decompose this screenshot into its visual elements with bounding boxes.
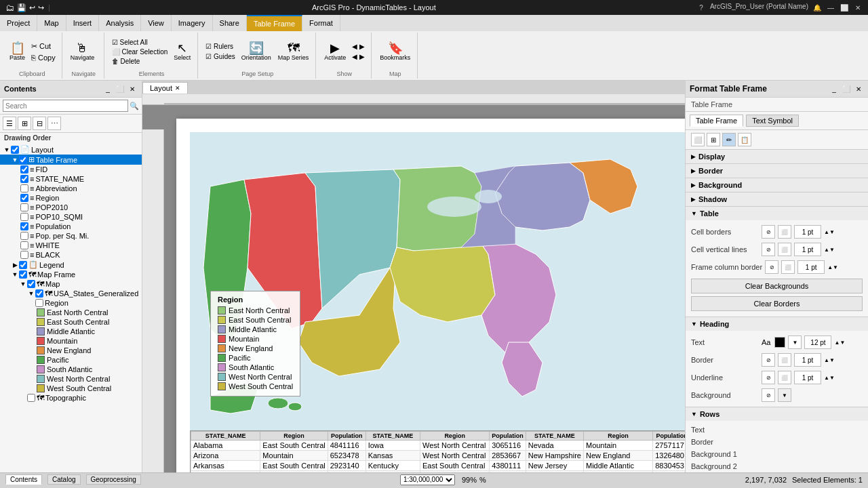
sidebar-dock-btn[interactable]: ⬜ [115, 83, 125, 94]
save-icon[interactable]: 💾 [17, 3, 26, 12]
close-btn[interactable]: ✕ [853, 3, 863, 12]
select-button[interactable]: ↖ Select [171, 41, 193, 62]
tree-item-west-south[interactable]: West South Central [0, 384, 142, 393]
checkbox-white[interactable] [20, 241, 28, 249]
checkbox-region-group[interactable] [35, 299, 43, 307]
tree-item-region[interactable]: ≡ Region [0, 193, 142, 203]
search-icon[interactable]: 🔍 [130, 102, 139, 110]
section-border-header[interactable]: ▶ Border [686, 164, 868, 178]
heading-bg-color-btn[interactable]: ▼ [778, 388, 791, 402]
zoom-controls[interactable]: % [479, 476, 486, 484]
status-tab-contents[interactable]: Contents [5, 474, 42, 485]
tree-item-west-north[interactable]: West North Central [0, 374, 142, 384]
notification-icon[interactable]: 🔔 [812, 3, 822, 12]
section-table-header[interactable]: ▼ Table [686, 207, 868, 220]
expand-map-frame[interactable]: ▼ [11, 271, 19, 278]
cell-borders-size[interactable]: 1 pt [794, 225, 821, 239]
format-icon-3[interactable]: ✏ [722, 133, 736, 146]
tab-table-frame[interactable]: Table Frame [247, 15, 302, 31]
minimize-btn[interactable]: — [826, 3, 835, 12]
expand-map[interactable]: ▼ [19, 281, 27, 287]
tab-format[interactable]: Format [302, 15, 340, 31]
options-btn[interactable]: ⋯ [47, 117, 61, 130]
cut-button[interactable]: ✂ Cut [29, 41, 58, 52]
format-icon-4[interactable]: 📋 [738, 133, 751, 146]
checkbox-pop10sqmi[interactable] [20, 213, 28, 221]
heading-border-style-btn[interactable]: ⬜ [778, 353, 791, 367]
guides-checkbox[interactable]: ☑ Guides [203, 52, 237, 61]
filter-btn[interactable]: ⊟ [33, 117, 46, 130]
heading-border-spinner[interactable]: ▲▼ [824, 357, 835, 363]
show-btn-2[interactable]: ◀ ▶ [350, 52, 367, 61]
tree-item-usa-states[interactable]: ▼ 🗺 USA_States_Generalized [0, 289, 142, 298]
section-shadow-header[interactable]: ▶ Shadow [686, 192, 868, 206]
checkbox-legend[interactable] [19, 261, 27, 269]
status-tab-catalog[interactable]: Catalog [47, 474, 80, 485]
tree-item-middle-atlantic[interactable]: Middle Atlantic [0, 327, 142, 336]
canvas-tab-close[interactable]: ✕ [175, 85, 180, 92]
heading-underline-spinner[interactable]: ▲▼ [824, 375, 835, 381]
sidebar-close-btn[interactable]: ✕ [127, 83, 138, 94]
frame-col-size[interactable]: 1 pt [797, 260, 825, 274]
tree-item-layout[interactable]: ▼ 📄 Layout [0, 144, 142, 155]
checkbox-usa-states[interactable] [35, 289, 43, 298]
heading-underline-style-btn[interactable]: ⬜ [778, 371, 791, 384]
expand-usa-states[interactable]: ▼ [27, 290, 35, 297]
checkbox-abbreviation[interactable] [20, 184, 28, 192]
checkbox-black[interactable] [20, 251, 28, 259]
tree-item-pacific[interactable]: Pacific [0, 355, 142, 365]
navigate-button[interactable]: 🖱 Navigate [68, 41, 98, 62]
scale-selector[interactable]: 1:30,000,000 [400, 474, 455, 485]
format-icon-1[interactable]: ⬜ [691, 133, 705, 146]
canvas-tab-layout[interactable]: Layout ✕ [142, 82, 188, 94]
checkbox-fid[interactable] [20, 165, 28, 174]
maximize-btn[interactable]: ⬜ [840, 3, 849, 12]
tab-project[interactable]: Project [0, 15, 37, 31]
heading-text-style-btn[interactable]: ▼ [788, 336, 802, 349]
page-area[interactable]: Region East North Central East South Cen… [176, 119, 685, 472]
tab-text-symbol[interactable]: Text Symbol [746, 115, 799, 127]
heading-text-spinner[interactable]: ▲▼ [834, 340, 845, 346]
tree-item-new-england[interactable]: New England [0, 346, 142, 355]
cell-borders-style-btn[interactable]: ⬜ [778, 225, 791, 239]
redo-icon[interactable]: ↪ [38, 3, 44, 12]
checkbox-map-frame[interactable] [19, 270, 27, 279]
cell-vlines-style-btn[interactable]: ⬜ [778, 243, 791, 256]
tree-item-white[interactable]: ≡ WHITE [0, 241, 142, 250]
tab-view[interactable]: View [141, 15, 172, 31]
tree-item-abbreviation[interactable]: ≡ Abbreviation [0, 184, 142, 193]
delete-button[interactable]: 🗑 Delete [110, 57, 170, 66]
orientation-button[interactable]: 🔄 Orientation [239, 41, 274, 62]
bookmarks-button[interactable]: 🔖 Bookmarks [377, 41, 413, 62]
tree-item-table-frame[interactable]: ▼ ⊞ Table Frame [0, 155, 142, 165]
checkbox-layout[interactable] [11, 146, 19, 154]
tab-table-frame[interactable]: Table Frame [690, 115, 743, 127]
map-series-button[interactable]: 🗺 Map Series [275, 41, 312, 62]
help-btn[interactable]: ? [696, 3, 706, 12]
checkbox-state-name[interactable] [20, 175, 28, 183]
canvas-body[interactable]: Region East North Central East South Cen… [142, 105, 685, 472]
table-container[interactable]: STATE_NAME Region Population STATE_NAME … [190, 430, 685, 472]
paste-button[interactable]: 📋 Paste [7, 41, 28, 62]
checkbox-topographic[interactable] [27, 394, 35, 402]
tree-item-pop2010[interactable]: ≡ POP2010 [0, 203, 142, 212]
tree-item-pop10sqmi[interactable]: ≡ POP10_SQMI [0, 212, 142, 222]
cell-vlines-spinner[interactable]: ▲▼ [824, 247, 835, 253]
section-rows-header[interactable]: ▼ Rows [686, 407, 868, 421]
tree-item-south-atlantic[interactable]: South Atlantic [0, 365, 142, 374]
expand-table-frame[interactable]: ▼ [11, 157, 19, 163]
map-container[interactable]: Region East North Central East South Cen… [190, 132, 685, 430]
heading-underline-size[interactable]: 1 pt [794, 371, 821, 384]
tree-item-population[interactable]: ≡ Population [0, 222, 142, 231]
frame-col-style-btn[interactable]: ⬜ [781, 260, 795, 274]
heading-text-color[interactable] [774, 337, 785, 348]
drawing-order-btn[interactable]: ⊞ [18, 117, 31, 130]
expand-layout[interactable]: ▼ [3, 146, 11, 153]
list-view-btn[interactable]: ☰ [3, 117, 16, 130]
cell-borders-spinner-up[interactable]: ▲▼ [824, 229, 835, 235]
select-all-button[interactable]: ☑ Select All [110, 38, 170, 47]
show-btn-1[interactable]: ◀ ▶ [350, 42, 367, 51]
copy-button[interactable]: ⎘ Copy [29, 53, 58, 62]
tree-item-topographic[interactable]: 🗺 Topographic [0, 393, 142, 403]
heading-text-size[interactable]: 12 pt [804, 336, 831, 349]
